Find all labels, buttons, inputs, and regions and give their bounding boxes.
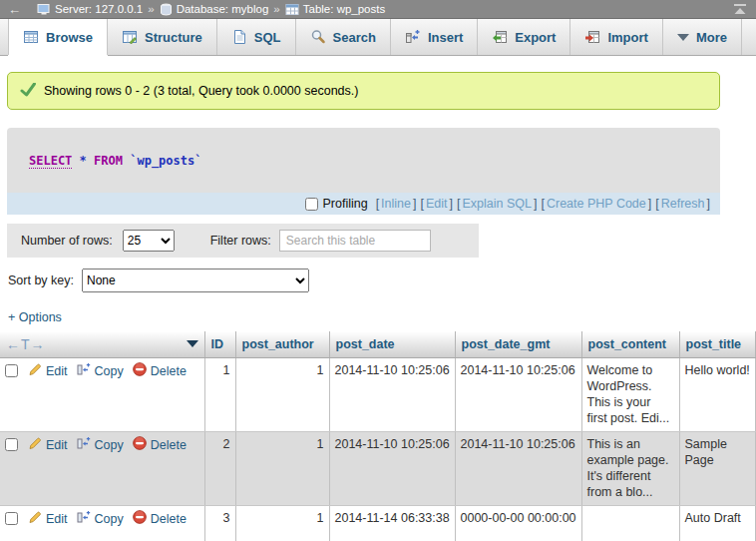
cell-post-date-gmt[interactable]: 2014-11-10 10:25:06	[455, 431, 581, 505]
browse-icon	[23, 29, 39, 45]
options-row: + Options	[8, 307, 756, 323]
tab-search[interactable]: Search	[296, 19, 391, 55]
column-header-post-author[interactable]: post_author	[235, 331, 329, 357]
breadcrumb-bar: ← Server: 127.0.0.1 » Database: myblog »…	[0, 0, 756, 19]
row-select-checkbox[interactable]	[5, 512, 18, 525]
sort-by-key-label: Sort by key:	[8, 273, 74, 287]
column-header-post-date-gmt[interactable]: post_date_gmt	[455, 331, 581, 357]
collapse-panel-icon[interactable]	[732, 3, 748, 15]
success-check-icon	[20, 83, 36, 100]
sort-key-select[interactable]: None	[82, 269, 309, 292]
copy-link[interactable]: Copy	[95, 511, 124, 527]
actions-header: ←T→	[0, 331, 204, 357]
edit-pencil-icon	[28, 362, 42, 380]
number-of-rows-label: Number of rows:	[21, 234, 113, 248]
breadcrumb-separator: »	[273, 3, 279, 15]
column-header-post-content[interactable]: post_content	[581, 331, 679, 357]
cell-post-author[interactable]: 1	[235, 431, 329, 505]
filter-input[interactable]	[279, 230, 431, 252]
inline-link[interactable]: Inline	[381, 197, 411, 211]
copy-icon	[77, 510, 91, 528]
breadcrumb-server[interactable]: Server: 127.0.0.1	[37, 3, 143, 16]
tab-insert[interactable]: Insert	[391, 19, 478, 55]
insert-icon	[405, 29, 421, 45]
filter-rows-label: Filter rows:	[210, 234, 271, 248]
sql-query-box: SELECT * FROM `wp_posts` Profiling [ Inl…	[7, 128, 720, 215]
delete-link[interactable]: Delete	[151, 437, 187, 453]
delete-icon	[133, 510, 147, 528]
cell-post-date-gmt[interactable]: 0000-00-00 00:00:00	[455, 505, 581, 541]
tab-browse[interactable]: Browse	[8, 19, 108, 55]
edit-link[interactable]: Edit	[46, 437, 68, 453]
profiling-toggle[interactable]: Profiling	[305, 197, 367, 211]
delete-link[interactable]: Delete	[151, 363, 187, 379]
cell-post-content[interactable]: This is an example page. It's different …	[581, 431, 679, 505]
options-toggle[interactable]: + Options	[8, 310, 62, 324]
tab-sql[interactable]: SQL	[217, 19, 296, 55]
cell-id[interactable]: 1	[204, 357, 235, 431]
back-arrow-icon[interactable]: ←	[8, 2, 21, 17]
cell-post-author[interactable]: 1	[235, 357, 329, 431]
edit-link[interactable]: Edit	[46, 363, 68, 379]
row-actions: Edit Copy Delete	[0, 431, 204, 505]
rows-count-select[interactable]: 25	[123, 230, 175, 252]
search-icon	[310, 29, 326, 45]
table-icon	[285, 3, 299, 16]
row-select-checkbox[interactable]	[5, 364, 18, 377]
tab-more[interactable]: More	[663, 19, 742, 55]
sql-toolbar: Profiling [ Inline ] [ Edit ] [ Explain …	[7, 193, 720, 215]
table-row: Edit Copy Delete 3 1 2014-11-14 06:33:38…	[0, 505, 756, 541]
tab-export[interactable]: Export	[478, 19, 570, 55]
breadcrumb-table[interactable]: Table: wp_posts	[285, 3, 385, 16]
delete-link[interactable]: Delete	[151, 511, 187, 527]
database-icon	[160, 3, 173, 16]
column-header-post-date[interactable]: post_date	[329, 331, 455, 357]
cell-id[interactable]: 2	[204, 431, 235, 505]
copy-icon	[77, 436, 91, 454]
tab-import[interactable]: Import	[570, 19, 662, 55]
edit-query-link[interactable]: Edit	[426, 197, 448, 211]
cell-post-date-gmt[interactable]: 2014-11-10 10:25:06	[455, 357, 581, 431]
cell-post-title[interactable]: Sample Page	[679, 431, 756, 505]
tab-structure[interactable]: Structure	[108, 19, 217, 55]
edit-pencil-icon	[28, 510, 42, 528]
copy-link[interactable]: Copy	[95, 363, 124, 379]
header-row: ←T→ ID post_author post_date post_date_g…	[0, 331, 756, 357]
copy-link[interactable]: Copy	[95, 437, 124, 453]
refresh-link[interactable]: Refresh	[661, 197, 705, 211]
table-row: Edit Copy Delete 2 1 2014-11-10 10:25:06…	[0, 431, 756, 505]
cell-post-title[interactable]: Hello world!	[679, 357, 756, 431]
copy-icon	[77, 362, 91, 380]
phpmyadmin-page: ← Server: 127.0.0.1 » Database: myblog »…	[0, 0, 756, 541]
cell-post-date[interactable]: 2014-11-10 10:25:06	[329, 357, 455, 431]
edit-pencil-icon	[28, 436, 42, 454]
cell-id[interactable]: 3	[204, 505, 235, 541]
structure-icon	[122, 29, 138, 45]
table-row: Edit Copy Delete 1 1 2014-11-10 10:25:06…	[0, 357, 756, 431]
cell-post-content[interactable]: Welcome to WordPress. This is your first…	[581, 357, 679, 431]
breadcrumb-database[interactable]: Database: myblog	[160, 3, 269, 16]
column-header-post-title[interactable]: post_title	[679, 331, 756, 357]
cell-post-date[interactable]: 2014-11-14 06:33:38	[329, 505, 455, 541]
cell-post-author[interactable]: 1	[235, 505, 329, 541]
sql-keyword-select[interactable]: SELECT	[29, 154, 72, 169]
sql-star: *	[80, 154, 87, 168]
explain-sql-link[interactable]: Explain SQL	[462, 197, 531, 211]
with-selected-dropdown-icon[interactable]	[187, 340, 198, 347]
row-select-checkbox[interactable]	[5, 438, 18, 451]
edit-link[interactable]: Edit	[46, 511, 68, 527]
cell-post-title[interactable]: Auto Draft	[679, 505, 756, 541]
more-dropdown-icon	[677, 34, 689, 41]
transpose-controls[interactable]: ←T→	[6, 336, 46, 352]
status-message-text: Showing rows 0 - 2 (3 total, Query took …	[44, 84, 358, 98]
create-php-code-link[interactable]: Create PHP Code	[547, 197, 646, 211]
profiling-checkbox[interactable]	[305, 198, 318, 211]
cell-post-content[interactable]	[581, 505, 679, 541]
export-icon	[492, 29, 508, 45]
breadcrumb-separator: »	[148, 3, 154, 15]
cell-post-date[interactable]: 2014-11-10 10:25:06	[329, 431, 455, 505]
import-icon	[584, 29, 600, 45]
tab-bar: Browse Structure SQL Search Insert Expor…	[0, 19, 756, 56]
column-header-id[interactable]: ID	[204, 331, 235, 357]
status-message: Showing rows 0 - 2 (3 total, Query took …	[7, 72, 720, 110]
